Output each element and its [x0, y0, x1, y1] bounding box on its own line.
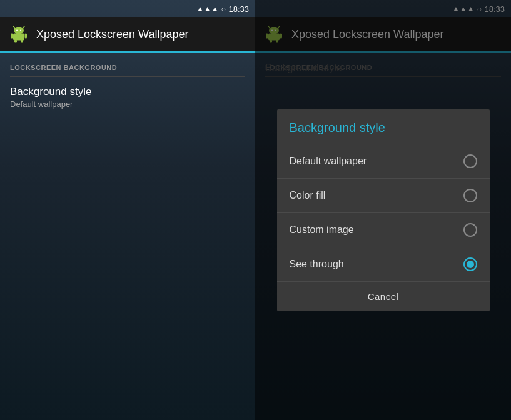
option-color-fill[interactable]: Color fill [277, 179, 490, 213]
left-panel: ▲▲▲ ○ 18:33 [0, 0, 255, 420]
svg-rect-7 [25, 34, 28, 39]
svg-point-4 [20, 30, 21, 31]
left-status-bar: ▲▲▲ ○ 18:33 [0, 0, 255, 18]
option-default-wallpaper-label: Default wallpaper [290, 156, 367, 167]
pref-summary: Default wallpaper [10, 99, 245, 109]
dialog-cancel-row: Cancel [277, 282, 490, 311]
svg-line-1 [23, 26, 24, 29]
left-section-header: LOCKSCREEN BACKGROUND [0, 52, 255, 76]
svg-rect-6 [11, 34, 13, 39]
background-style-pref[interactable]: Background style Default wallpaper [0, 77, 255, 118]
left-time: 18:33 [228, 4, 249, 14]
option-custom-image[interactable]: Custom image [277, 213, 490, 248]
left-status-icons: ▲▲▲ ○ 18:33 [196, 4, 249, 14]
radio-color-fill[interactable] [463, 189, 477, 202]
android-logo-icon [9, 24, 29, 44]
radio-custom-image[interactable] [463, 223, 477, 237]
signal-bars-icon: ▲▲▲ [196, 4, 219, 13]
left-app-bar: Xposed Lockscreen Wallpaper [0, 18, 255, 52]
dialog-title: Background style [277, 109, 490, 144]
option-see-through-label: See through [290, 259, 344, 270]
circle-icon: ○ [221, 4, 226, 14]
radio-see-through[interactable] [463, 258, 477, 271]
option-color-fill-label: Color fill [290, 190, 326, 201]
svg-rect-9 [21, 40, 23, 43]
option-default-wallpaper[interactable]: Default wallpaper [277, 144, 490, 179]
radio-default-wallpaper[interactable] [463, 154, 477, 168]
dialog-overlay: Background style Default wallpaper Color… [255, 0, 511, 420]
right-panel: ▲▲▲ ○ 18:33 Xposed Lockscreen Wallpaper … [255, 0, 511, 420]
svg-point-3 [16, 30, 18, 31]
svg-line-0 [13, 26, 15, 29]
left-app-title: Xposed Lockscreen Wallpaper [36, 28, 188, 41]
option-custom-image-label: Custom image [290, 224, 354, 236]
svg-rect-5 [13, 34, 24, 41]
option-see-through[interactable]: See through [277, 248, 490, 282]
svg-rect-8 [14, 40, 17, 43]
left-section-label: LOCKSCREEN BACKGROUND [10, 64, 117, 71]
svg-point-2 [14, 28, 24, 34]
cancel-button[interactable]: Cancel [368, 291, 399, 302]
pref-title: Background style [10, 86, 245, 98]
background-style-dialog: Background style Default wallpaper Color… [277, 109, 490, 311]
